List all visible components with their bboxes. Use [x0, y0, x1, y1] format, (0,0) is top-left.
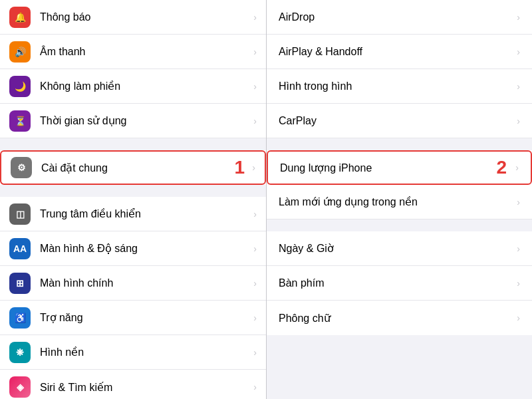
khong-lam-phien-label: Không làm phiền	[40, 80, 251, 92]
right-item-carplay[interactable]: CarPlay›	[267, 104, 532, 138]
thoi-gian-su-dung-chevron: ›	[253, 116, 257, 126]
man-hinh-chinh-chevron: ›	[253, 278, 257, 289]
sidebar-item-tro-nang[interactable]: ♿Trợ năng›	[0, 301, 266, 335]
right-item-airdrop[interactable]: AirDrop›	[267, 0, 532, 35]
sidebar-item-am-thanh[interactable]: 🔊Âm thanh›	[0, 35, 266, 69]
hinh-nen-icon: ❋	[9, 342, 31, 363]
right-item-phong-chu[interactable]: Phông chữ›	[267, 301, 532, 335]
dung-luong-iphone-chevron: ›	[515, 162, 519, 173]
left-panel: 🔔Thông báo›🔊Âm thanh›🌙Không làm phiền›⏳T…	[0, 0, 266, 399]
tro-nang-label: Trợ năng	[40, 311, 251, 324]
right-panel: AirDrop›AirPlay & Handoff›Hình trong hìn…	[266, 0, 532, 399]
trung-tam-dieu-khien-icon: ◫	[9, 203, 31, 225]
sidebar-item-cai-dat-chung[interactable]: ⚙Cài đặt chung1›	[0, 150, 266, 185]
hinh-trong-hinh-chevron: ›	[517, 81, 520, 92]
right-item-ban-phim[interactable]: Bàn phím›	[267, 266, 532, 301]
cai-dat-chung-badge: 1	[234, 157, 245, 178]
man-hinh-chinh-label: Màn hình chính	[40, 277, 251, 289]
trung-tam-dieu-khien-chevron: ›	[253, 209, 257, 219]
cai-dat-chung-chevron: ›	[252, 162, 255, 173]
phong-chu-chevron: ›	[517, 313, 520, 323]
phong-chu-label: Phông chữ	[279, 312, 514, 325]
am-thanh-chevron: ›	[253, 47, 257, 57]
ngay-gio-label: Ngày & Giờ	[279, 242, 514, 255]
khong-lam-phien-chevron: ›	[253, 81, 257, 92]
am-thanh-label: Âm thanh	[40, 46, 251, 58]
right-item-ngay-gio[interactable]: Ngày & Giờ›	[267, 231, 532, 266]
sidebar-item-siri-tim-kiem[interactable]: ◈Siri & Tìm kiếm›	[0, 370, 266, 399]
airplay-handoff-chevron: ›	[517, 47, 520, 57]
trung-tam-dieu-khien-label: Trung tâm điều khiển	[40, 207, 251, 220]
thong-bao-chevron: ›	[253, 12, 257, 23]
man-hinh-do-sang-chevron: ›	[253, 243, 257, 254]
sidebar-item-thong-bao[interactable]: 🔔Thông báo›	[0, 0, 266, 35]
thoi-gian-su-dung-label: Thời gian sử dụng	[40, 114, 251, 127]
carplay-chevron: ›	[517, 116, 520, 126]
am-thanh-icon: 🔊	[9, 41, 31, 63]
right-item-lam-moi-ung-dung[interactable]: Làm mới ứng dụng trong nền›	[267, 185, 532, 219]
thong-bao-label: Thông báo	[40, 11, 251, 23]
airdrop-label: AirDrop	[279, 11, 514, 23]
thoi-gian-su-dung-icon: ⏳	[9, 110, 31, 132]
right-item-dung-luong-iphone[interactable]: Dung lượng iPhone2›	[267, 150, 532, 185]
sidebar-item-hinh-nen[interactable]: ❋Hình nền›	[0, 335, 266, 370]
carplay-label: CarPlay	[279, 115, 514, 127]
right-settings-list: AirDrop›AirPlay & Handoff›Hình trong hìn…	[267, 0, 532, 335]
dung-luong-iphone-badge: 2	[496, 157, 507, 178]
hinh-nen-chevron: ›	[253, 347, 257, 358]
thong-bao-icon: 🔔	[9, 7, 31, 28]
hinh-nen-label: Hình nền	[40, 346, 251, 358]
lam-moi-ung-dung-label: Làm mới ứng dụng trong nền	[279, 196, 514, 208]
tro-nang-icon: ♿	[9, 307, 31, 329]
siri-tim-kiem-icon: ◈	[9, 376, 31, 398]
sidebar-item-trung-tam-dieu-khien[interactable]: ◫Trung tâm điều khiển›	[0, 197, 266, 231]
sidebar-item-man-hinh-do-sang[interactable]: AAMàn hình & Độ sáng›	[0, 231, 266, 266]
ban-phim-label: Bàn phím	[279, 277, 514, 289]
ngay-gio-chevron: ›	[517, 243, 520, 254]
tro-nang-chevron: ›	[253, 313, 257, 323]
right-item-hinh-trong-hinh[interactable]: Hình trong hình›	[267, 69, 532, 104]
sidebar-item-man-hinh-chinh[interactable]: ⊞Màn hình chính›	[0, 266, 266, 301]
sidebar-item-khong-lam-phien[interactable]: 🌙Không làm phiền›	[0, 69, 266, 104]
airdrop-chevron: ›	[517, 12, 520, 23]
ban-phim-chevron: ›	[517, 278, 520, 289]
man-hinh-do-sang-icon: AA	[9, 238, 31, 259]
man-hinh-chinh-icon: ⊞	[9, 273, 31, 294]
right-item-airplay-handoff[interactable]: AirPlay & Handoff›	[267, 35, 532, 69]
cai-dat-chung-icon: ⚙	[11, 157, 32, 178]
dung-luong-iphone-label: Dung lượng iPhone	[280, 162, 513, 174]
left-settings-list: 🔔Thông báo›🔊Âm thanh›🌙Không làm phiền›⏳T…	[0, 0, 266, 399]
cai-dat-chung-label: Cài đặt chung	[41, 162, 249, 174]
man-hinh-do-sang-label: Màn hình & Độ sáng	[40, 242, 251, 255]
hinh-trong-hinh-label: Hình trong hình	[279, 80, 514, 92]
khong-lam-phien-icon: 🌙	[9, 76, 31, 97]
siri-tim-kiem-chevron: ›	[253, 382, 257, 392]
sidebar-item-thoi-gian-su-dung[interactable]: ⏳Thời gian sử dụng›	[0, 104, 266, 138]
airplay-handoff-label: AirPlay & Handoff	[279, 46, 514, 58]
lam-moi-ung-dung-chevron: ›	[517, 197, 520, 207]
siri-tim-kiem-label: Siri & Tìm kiếm	[40, 381, 251, 394]
